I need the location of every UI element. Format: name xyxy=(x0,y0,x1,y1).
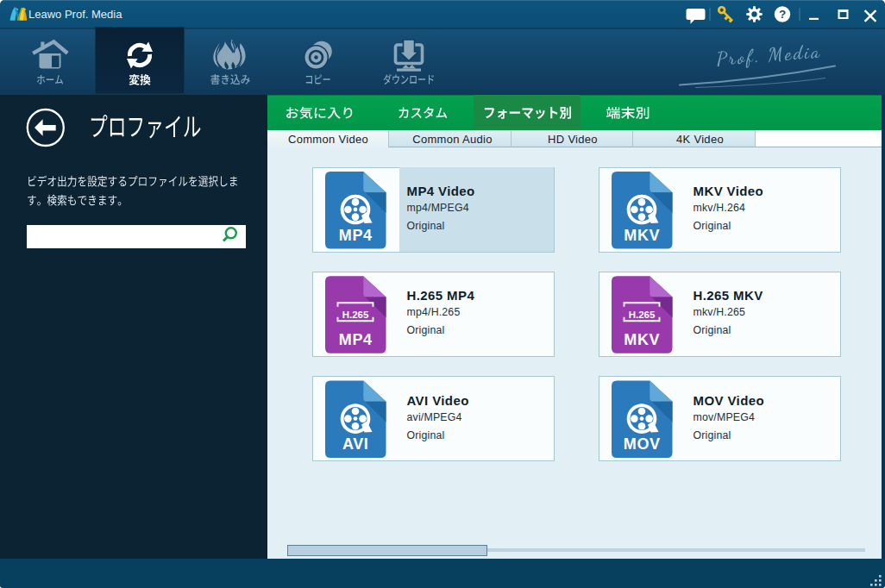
svg-text:MKV: MKV xyxy=(624,331,660,348)
svg-text:MP4 Video: MP4 Video xyxy=(407,184,475,198)
svg-text:mov/MPEG4: mov/MPEG4 xyxy=(694,411,756,423)
svg-text:H.265 MKV: H.265 MKV xyxy=(694,288,763,303)
svg-text:H.265 MP4: H.265 MP4 xyxy=(407,288,475,303)
svg-text:Original: Original xyxy=(694,429,731,441)
svg-text:mp4/H.265: mp4/H.265 xyxy=(407,306,461,318)
svg-text:AVI Video: AVI Video xyxy=(407,393,469,408)
svg-text:MKV: MKV xyxy=(624,227,660,244)
svg-text:MP4: MP4 xyxy=(339,227,373,244)
svg-text:avi/MPEG4: avi/MPEG4 xyxy=(407,411,462,423)
svg-text:Original: Original xyxy=(694,324,731,336)
svg-text:Original: Original xyxy=(407,324,445,336)
svg-text:Leawo Prof. Media: Leawo Prof. Media xyxy=(28,8,122,21)
svg-text:H.265: H.265 xyxy=(342,310,369,320)
svg-text:HD Video: HD Video xyxy=(548,133,598,146)
svg-text:MKV Video: MKV Video xyxy=(694,184,764,198)
svg-text:AVI: AVI xyxy=(342,435,368,453)
svg-text:Original: Original xyxy=(694,220,731,232)
svg-text:Original: Original xyxy=(407,429,445,441)
svg-text:MOV: MOV xyxy=(624,435,661,453)
svg-text:Common Audio: Common Audio xyxy=(412,133,492,146)
svg-text:mkv/H.265: mkv/H.265 xyxy=(694,306,746,318)
svg-text:MOV Video: MOV Video xyxy=(694,393,765,408)
svg-text:Original: Original xyxy=(407,220,445,232)
svg-text:mp4/MPEG4: mp4/MPEG4 xyxy=(407,202,469,214)
svg-text:MP4: MP4 xyxy=(339,331,373,348)
svg-text:4K Video: 4K Video xyxy=(676,133,724,146)
svg-text:Common Video: Common Video xyxy=(288,133,368,146)
svg-text:mkv/H.264: mkv/H.264 xyxy=(694,202,746,214)
svg-text:?: ? xyxy=(779,8,786,21)
svg-text:H.265: H.265 xyxy=(629,310,656,320)
